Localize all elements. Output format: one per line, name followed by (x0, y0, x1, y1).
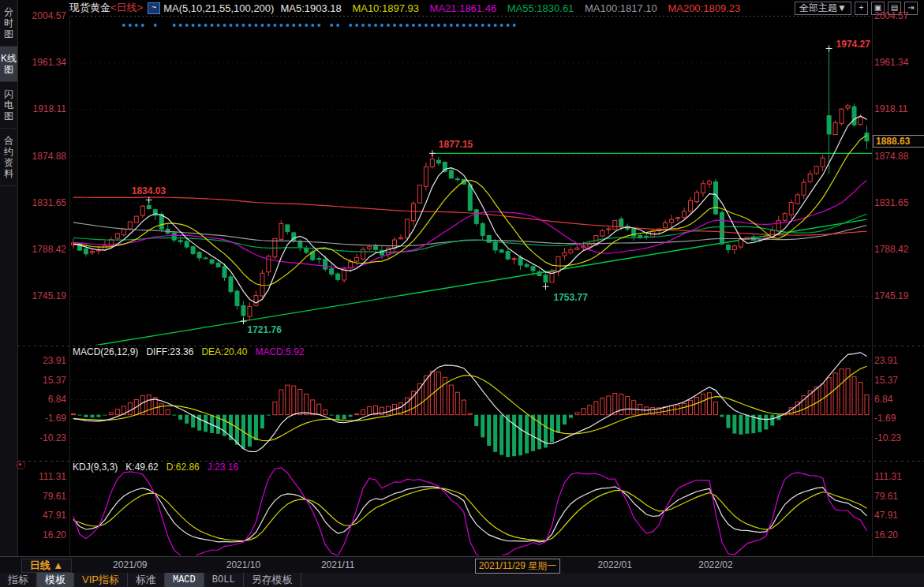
kdj-header: KDJ(9,3,3)K:49.62D:62.86J:23.16 (73, 462, 246, 473)
ma200-value: MA200:1809.23 (668, 2, 740, 14)
kdj-settings-icon[interactable] (17, 461, 25, 469)
theme-dropdown-button[interactable]: 全部主题▼ (795, 2, 851, 15)
trading-app: 现货黄金<日线> ~ MA(5,10,21,55,100,200) MA5:19… (0, 0, 924, 587)
kdj-d-value: D:62.86 (166, 462, 200, 473)
macd-layer (72, 353, 869, 457)
period-tag: <日线> (110, 1, 143, 15)
macd-diff-value: DIFF:23.36 (146, 346, 193, 357)
ma21-value: MA21:1861.46 (430, 2, 497, 14)
period-selector[interactable]: 日线 ▲ (21, 559, 72, 573)
date-axis: 日线 ▲ (0, 556, 924, 574)
macd-dea-value: DEA:20.40 (201, 346, 247, 357)
collapse-right-icon[interactable]: ⇥ (904, 2, 918, 15)
kdj-k-value: K:49.62 (125, 462, 158, 473)
kdj-layer (73, 468, 866, 559)
bottom-toolbar: 指标 模板 VIP指标 标准 MACD BOLL 另存模板 (0, 573, 924, 587)
sidebar-item-contract-info[interactable]: 合约资料 (0, 129, 17, 186)
ma55-value: MA55:1830.61 (507, 2, 574, 14)
grid-layout-icon[interactable]: ▣ (871, 2, 885, 15)
sidebar-item-flash-chart[interactable]: 闪电图 (0, 82, 17, 129)
ma5-value: MA5:1903.18 (280, 2, 341, 14)
extreme-markers-layer (146, 45, 832, 324)
macd-title: MACD(26,12,9) (73, 346, 138, 357)
toolbar-boll-tab[interactable]: BOLL (204, 573, 244, 587)
toolbar-macd-tab[interactable]: MACD (165, 573, 204, 587)
toolbar-templates[interactable]: 模板 (37, 573, 74, 587)
ma-settings: MA(5,10,21,55,100,200) (163, 2, 274, 14)
ma10-value: MA10:1897.93 (352, 2, 419, 14)
toolbar-standard[interactable]: 标准 (128, 573, 165, 587)
sidebar-item-time-chart[interactable]: 分时图 (0, 0, 17, 47)
kdj-title: KDJ(9,3,3) (73, 462, 118, 473)
chart-style-icon[interactable]: ~ (148, 2, 160, 14)
event-dots-layer (122, 24, 516, 27)
toolbar-vip-indicators[interactable]: VIP指标 (74, 573, 128, 587)
pan-crosshair-icon[interactable]: + (855, 2, 868, 15)
macd-macd-value: MACD:5.92 (255, 346, 304, 357)
trendlines-layer (86, 153, 872, 346)
macd-header: MACD(26,12,9)DIFF:23.36DEA:20.40MACD:5.9… (73, 346, 312, 357)
toolbar-save-template[interactable]: 另存模板 (244, 573, 301, 587)
symbol-name: 现货黄金 (69, 1, 110, 15)
ma100-value: MA100:1817.10 (585, 2, 657, 14)
toolbar-indicators[interactable]: 指标 (0, 573, 37, 587)
kdj-j-value: J:23.16 (208, 462, 238, 473)
grid-layer (17, 16, 924, 556)
panel-layout-icon[interactable]: ▤ (888, 2, 901, 15)
chart-type-sidebar: 分时图 K线图 闪电图 合约资料 (0, 0, 18, 556)
chart-canvas[interactable] (0, 0, 924, 587)
header-controls: 全部主题▼ + ▣ ▤ ⇥ (795, 2, 918, 15)
chart-header: 现货黄金<日线> ~ MA(5,10,21,55,100,200) MA5:19… (0, 0, 924, 16)
ma-values: MA5:1903.18 MA10:1897.93 MA21:1861.46 MA… (280, 2, 748, 14)
sidebar-item-kline-chart[interactable]: K线图 (0, 47, 17, 82)
